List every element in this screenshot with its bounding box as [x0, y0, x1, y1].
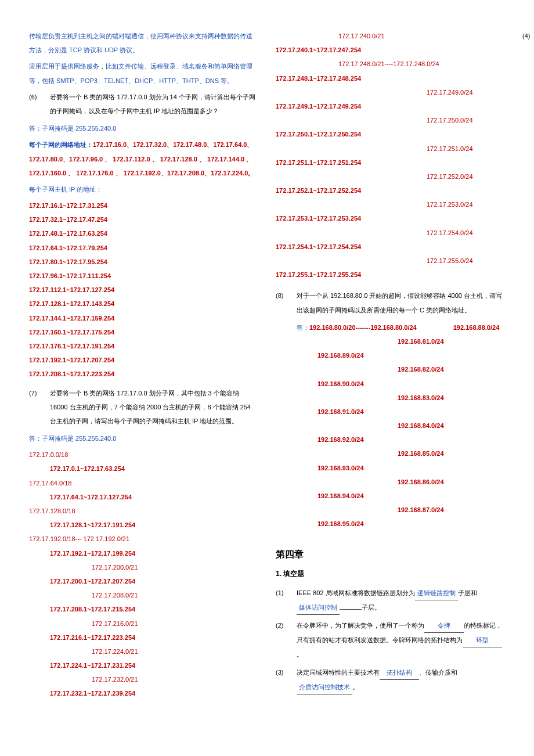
q7-range: 172.17.200.1~172.17.207.254 — [29, 574, 258, 588]
q7-range: 172.17.249.1~172.17.249.254 — [276, 99, 505, 113]
q6-range: 172.17.192.1~172.17.207.254 — [29, 353, 258, 367]
q7-range: 172.17.232.1~172.17.239.254 — [29, 686, 258, 700]
q8-num: (8) — [276, 289, 297, 316]
q8-net: 192.168.90.0/24 — [276, 377, 505, 391]
q7-subnet: 172.17.249.0/24 — [276, 85, 505, 99]
chapter-4-title: 第四章 — [276, 549, 505, 561]
fill-2: (2) 在令牌环中，为了解决竞争，使用了一个称为 令牌 的特殊标记，只有拥有的站… — [276, 618, 505, 662]
q8-answer-first: 答：192.168.80.0/20-------192.168.80.0/24 … — [276, 321, 505, 334]
fill-1: (1) IEEE 802 局域网标准将数据链路层划分为 逻辑链路控制 子层和媒体… — [276, 586, 505, 615]
q7-range: 172.17.251.1~172.17.251.254 — [276, 156, 505, 170]
q6-range: 172.17.16.1~172.17.31.254 — [29, 199, 258, 213]
fill-1-blank-2[interactable]: 媒体访问控制 — [297, 600, 340, 615]
q7-subnet: 172.17.192.0/18--- 172.17.192.0/21 — [29, 532, 258, 546]
q7-range: 172.17.64.1~172.17.127.254 — [29, 490, 258, 504]
fill-3: (3) 决定局域网特性的主要技术有 拓扑结构 、传输介质和介质访问控制技术。 — [276, 665, 505, 694]
q7-range: 172.17.253.1~172.17.253.254 — [276, 211, 505, 225]
q8-net: 192.168.89.0/24 — [276, 348, 505, 362]
q7-range: 172.17.250.1~172.17.250.254 — [276, 127, 505, 141]
q8-net: 192.168.86.0/24 — [276, 475, 505, 489]
q7-subnet: 172.17.252.0/24 — [276, 170, 505, 183]
q8-net: 192.168.81.0/24 — [276, 334, 505, 348]
q6-subnets: 每个子网的网络地址：172.17.16.0、172.17.32.0、172.17… — [29, 138, 258, 180]
q7-range: 172.17.224.1~172.17.231.254 — [29, 658, 258, 672]
intro-p1: 传输层负责主机到主机之间的端对端通信，使用两种协议来支持两种数据的传送方法，分别… — [29, 29, 258, 57]
q6-text: 若要将一个 B 类的网络 172.17.0.0 划分为 14 个子网，请计算出每… — [50, 90, 258, 118]
q8-net: 192.168.94.0/24 — [276, 489, 505, 503]
q7-subnet: 172.17.240.0/21 — [276, 29, 505, 43]
q7-text: 若要将一个 B 类的网络 172.17.0.0 划分子网，其中包括 3 个能容纳… — [50, 386, 258, 429]
q7-subnet: 172.17.232.0/21 — [29, 672, 258, 686]
q7-range: 172.17.240.1~172.17.247.254 — [276, 43, 505, 57]
q6-num: (6) — [29, 90, 50, 118]
fill-1-blank-1[interactable]: 逻辑链路控制 — [415, 586, 458, 600]
q8-net: 192.168.83.0/24 — [276, 391, 505, 405]
q6-range: 172.17.48.1~172.17.63.254 — [29, 226, 258, 240]
q7-range: 172.17.248.1~172.17.248.254 — [276, 71, 505, 85]
q7-subnet: 172.17.254.0/24 — [276, 226, 505, 240]
q8-text: 对于一个从 192.168.80.0 开始的超网，假设能够容纳 4000 台主机… — [297, 289, 505, 316]
q7-subnet: 172.17.0.0/18 — [29, 448, 258, 462]
q7-range: 172.17.255.1~172.17.255.254 — [276, 268, 505, 282]
q6-range: 172.17.160.1~172.17.175.254 — [29, 325, 258, 339]
q6-range: 172.17.112.1~172.17.127.254 — [29, 283, 258, 297]
q6-host-lead: 每个子网主机 IP 的地址： — [29, 182, 258, 196]
q7-range: 172.17.254.1~172.17.254.254 — [276, 240, 505, 254]
q7-subnet: 172.17.216.0/21 — [29, 617, 258, 631]
q8-net: 192.168.85.0/24 — [276, 447, 505, 460]
q6-range: 172.17.64.1~172.17.79.254 — [29, 241, 258, 255]
q8-net: 192.168.82.0/24 — [276, 362, 505, 376]
q7-range: 172.17.216.1~172.17.223.254 — [29, 631, 258, 645]
q7-subnet: 172.17.200.0/21 — [29, 560, 258, 574]
q8-net: 192.168.95.0/24 — [276, 517, 505, 531]
q8-net: 192.168.91.0/24 — [276, 405, 505, 419]
q7-subnet: 172.17.250.0/24 — [276, 113, 505, 127]
q7-range: 172.17.252.1~172.17.252.254 — [276, 183, 505, 197]
q6-range: 172.17.80.1~172.17.95.254 — [29, 255, 258, 269]
question-7: (7) 若要将一个 B 类的网络 172.17.0.0 划分子网，其中包括 3 … — [29, 386, 258, 429]
q7-subnet: 172.17.128.0/18 — [29, 504, 258, 518]
q6-range: 172.17.96.1~172.17.111.254 — [29, 269, 258, 283]
question-6: (6) 若要将一个 B 类的网络 172.17.0.0 划分为 14 个子网，请… — [29, 90, 258, 118]
q6-range: 172.17.208.1~172.17.223.254 — [29, 367, 258, 381]
q8-net: 192.168.87.0/24 — [276, 503, 505, 517]
q7-range: 172.17.192.1~172.17.199.254 — [29, 546, 258, 560]
q7-subnet: 172.17.224.0/21 — [29, 645, 258, 658]
fill-3-blank-1[interactable]: 拓扑结构 — [380, 665, 419, 680]
q8-net: 192.168.92.0/24 — [276, 433, 505, 447]
fill-2-blank-1[interactable]: 令牌 — [424, 618, 464, 633]
q7-answer-lead: 答：子网掩码是 255.255.240.0 — [29, 431, 258, 445]
q6-range: 172.17.176.1~172.17.191.254 — [29, 339, 258, 353]
q7-subnet: 172.17.251.0/24 — [276, 142, 505, 156]
fill-3-blank-2[interactable]: 介质访问控制技术 — [297, 680, 352, 694]
q7-range: 172.17.128.1~172.17.191.254 — [29, 518, 258, 532]
section-fill: 1. 填空题 — [276, 569, 505, 579]
q8-net: 192.168.93.0/24 — [276, 461, 505, 475]
q7-range: 172.17.208.1~172.17.215.254 — [29, 602, 258, 616]
question-8: (8) 对于一个从 192.168.80.0 开始的超网，假设能够容纳 4000… — [276, 289, 505, 316]
q6-answer-lead: 答：子网掩码是 255.255.240.0 — [29, 121, 258, 135]
fill-2-blank-2[interactable]: 环型 — [463, 633, 502, 647]
q7-subnet: 172.17.64.0/18 — [29, 476, 258, 490]
q6-range: 172.17.128.1~172.17.143.254 — [29, 297, 258, 311]
q7-subnet: 172.17.253.0/24 — [276, 197, 505, 211]
q6-range: 172.17.32.1~172.17.47.254 — [29, 213, 258, 226]
q7-subnet: 172.17.255.0/24 — [276, 254, 505, 268]
q6-range: 172.17.144.1~172.17.159.254 — [29, 311, 258, 325]
q8-net: 192.168.84.0/24 — [276, 419, 505, 433]
intro-p2: 应用层用于提供网络服务，比如文件传输、远程登录、域名服务和简单网络管理等，包括 … — [29, 59, 258, 87]
q7-range: 172.17.0.1~172.17.63.254 — [29, 462, 258, 476]
q7-num: (7) — [29, 386, 50, 429]
q7-subnet: 172.17.208.0/21 — [29, 588, 258, 602]
fill-4: (4) 载波监听多路访问/冲突检测的原理可以概括为 先听后发 、 边听边发、冲突… — [522, 29, 534, 58]
q7-subnet: 172.17.248.0/21----172.17.248.0/24 — [276, 57, 505, 71]
